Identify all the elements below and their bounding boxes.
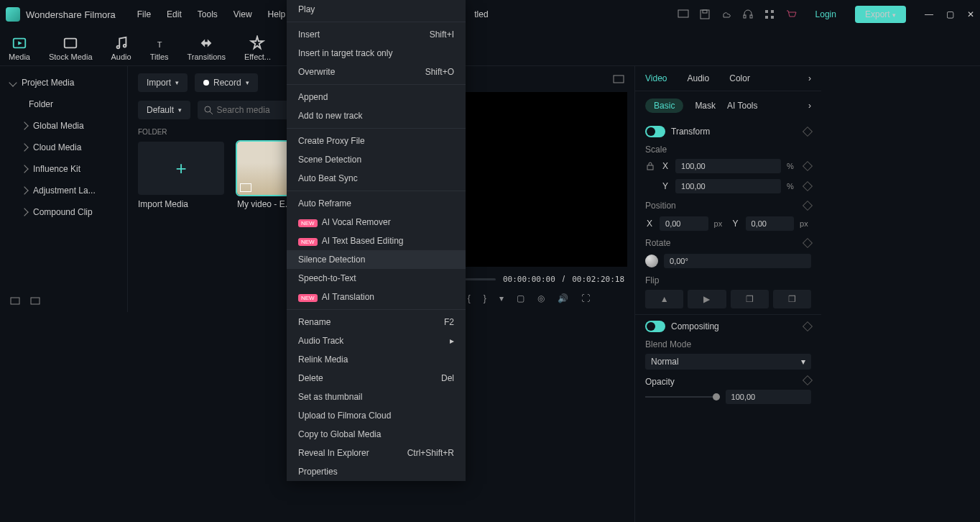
ctx-audio-track[interactable]: Audio Track▸ <box>287 331 466 350</box>
ctx-insert-in-target-track-only[interactable]: Insert in target track only <box>287 44 466 63</box>
rotate-knob[interactable] <box>645 255 658 267</box>
flip-copy-button[interactable]: ❐ <box>731 290 769 308</box>
new-folder-icon[interactable] <box>10 295 22 306</box>
pos-x-input[interactable]: 0,00 <box>660 216 708 231</box>
marker-icon[interactable]: ▾ <box>499 293 504 303</box>
keyframe-icon[interactable] <box>803 375 813 385</box>
volume-icon[interactable]: 🔊 <box>558 293 568 303</box>
sidebar-project-media[interactable]: Project Media <box>0 72 127 93</box>
menu-tools[interactable]: Tools <box>198 9 218 19</box>
fullscreen-icon[interactable]: ⛶ <box>581 293 590 303</box>
tabs-more-icon[interactable]: › <box>808 73 811 83</box>
ctx-add-to-new-track[interactable]: Add to new track <box>287 106 466 125</box>
sort-button[interactable]: Default▾ <box>138 101 190 119</box>
save-icon[interactable] <box>699 9 711 20</box>
ctx-auto-reframe[interactable]: Auto Reframe <box>287 194 466 213</box>
tab-audio[interactable]: Audio <box>688 73 710 83</box>
tool-media[interactable]: Media <box>9 35 30 61</box>
ctx-insert[interactable]: InsertShift+I <box>287 25 466 44</box>
import-media-card[interactable]: + Import Media <box>138 142 224 209</box>
svg-rect-11 <box>65 39 77 48</box>
snapshot-icon[interactable] <box>613 73 624 85</box>
menu-edit[interactable]: Edit <box>167 9 182 19</box>
scale-x-input[interactable]: 100,00 <box>675 159 781 173</box>
maximize-button[interactable]: ▢ <box>946 9 954 19</box>
login-button[interactable]: Login <box>807 6 845 22</box>
tool-transitions[interactable]: Transitions <box>188 35 226 61</box>
ctx-delete[interactable]: DeleteDel <box>287 369 466 388</box>
subtab-ai-tools[interactable]: AI Tools <box>727 101 757 111</box>
sidebar-compound-clip[interactable]: Compound Clip <box>0 201 127 223</box>
import-button[interactable]: Import▾ <box>138 73 188 92</box>
screen-icon[interactable] <box>678 9 689 20</box>
menu-help[interactable]: Help <box>268 9 286 19</box>
ctx-relink-media[interactable]: Relink Media <box>287 350 466 369</box>
opacity-slider[interactable] <box>645 396 720 398</box>
svg-rect-20 <box>647 165 653 170</box>
keyframe-icon[interactable] <box>803 127 813 137</box>
ctx-ai-vocal-remover[interactable]: NEWAI Vocal Remover <box>287 213 466 232</box>
blend-mode-select[interactable]: Normal▾ <box>645 354 811 370</box>
ctx-append[interactable]: Append <box>287 88 466 106</box>
flip-h-button[interactable]: ▲ <box>645 290 683 308</box>
sidebar-folder[interactable]: Folder <box>0 93 127 115</box>
headphones-icon[interactable] <box>742 9 754 20</box>
keyframe-icon[interactable] <box>803 238 813 248</box>
ctx-speech-to-text[interactable]: Speech-to-Text <box>287 269 466 288</box>
apps-icon[interactable] <box>764 9 775 20</box>
sidebar-adjustment-layer[interactable]: Adjustment La... <box>0 180 127 201</box>
tab-color[interactable]: Color <box>729 73 750 83</box>
camera-icon[interactable]: ◎ <box>537 293 545 303</box>
menu-file[interactable]: File <box>137 9 151 19</box>
cloud-icon[interactable] <box>721 9 732 20</box>
minimize-button[interactable]: — <box>925 9 933 19</box>
svg-rect-1 <box>701 10 709 19</box>
cart-icon[interactable] <box>785 9 797 20</box>
export-button[interactable]: Export ▾ <box>855 6 906 23</box>
transform-toggle[interactable] <box>645 126 665 137</box>
tool-stock-media[interactable]: Stock Media <box>49 35 93 61</box>
menu-view[interactable]: View <box>234 9 252 19</box>
subtab-basic[interactable]: Basic <box>645 99 683 113</box>
ctx-reveal-in-explorer[interactable]: Reveal In ExplorerCtrl+Shift+R <box>287 444 466 462</box>
record-button[interactable]: Record▾ <box>195 73 258 92</box>
mark-in-button[interactable]: { <box>468 293 471 303</box>
tab-video[interactable]: Video <box>645 73 667 83</box>
rotate-input[interactable]: 0,00° <box>664 254 811 268</box>
mark-out-button[interactable]: } <box>484 293 486 303</box>
ctx-silence-detection[interactable]: Silence Detection <box>287 250 466 269</box>
keyframe-icon[interactable] <box>803 161 813 171</box>
scale-y-input[interactable]: 100,00 <box>675 179 781 193</box>
tool-audio[interactable]: Audio <box>111 35 131 61</box>
folder-icon[interactable] <box>30 295 42 306</box>
compositing-toggle[interactable] <box>645 321 665 332</box>
tool-effects[interactable]: Effect... <box>244 35 271 61</box>
ctx-ai-text-based-editing[interactable]: NEWAI Text Based Editing <box>287 232 466 250</box>
ctx-auto-beat-sync[interactable]: Auto Beat Sync <box>287 169 466 188</box>
ctx-create-proxy-file[interactable]: Create Proxy File <box>287 132 466 150</box>
close-button[interactable]: ✕ <box>967 9 974 19</box>
ctx-play[interactable]: Play <box>287 0 466 19</box>
keyframe-icon[interactable] <box>803 201 813 211</box>
flip-copy2-button[interactable]: ❐ <box>773 290 811 308</box>
ctx-overwrite[interactable]: OverwriteShift+O <box>287 63 466 81</box>
flip-v-button[interactable]: ▶ <box>688 290 726 308</box>
subtab-mask[interactable]: Mask <box>695 101 716 111</box>
opacity-input[interactable]: 100,00 <box>726 390 812 404</box>
ctx-ai-translation[interactable]: NEWAI Translation <box>287 288 466 306</box>
ctx-properties[interactable]: Properties <box>287 462 466 481</box>
search-icon <box>203 105 212 115</box>
display-icon[interactable]: ▢ <box>517 293 524 303</box>
sidebar-global-media[interactable]: Global Media <box>0 115 127 137</box>
subtabs-more-icon[interactable]: › <box>808 101 811 111</box>
sidebar-cloud-media[interactable]: Cloud Media <box>0 137 127 158</box>
tool-titles[interactable]: TTitles <box>150 35 169 61</box>
sidebar-influence-kit[interactable]: Influence Kit <box>0 158 127 180</box>
ctx-scene-detection[interactable]: Scene Detection <box>287 150 466 169</box>
keyframe-icon[interactable] <box>803 181 813 191</box>
keyframe-icon[interactable] <box>803 321 813 331</box>
pos-y-input[interactable]: 0,00 <box>746 216 795 231</box>
lock-icon[interactable] <box>645 161 655 171</box>
ctx-rename[interactable]: RenameF2 <box>287 313 466 331</box>
ctx-copy-to-global-media[interactable]: Copy to Global Media <box>287 425 466 444</box>
